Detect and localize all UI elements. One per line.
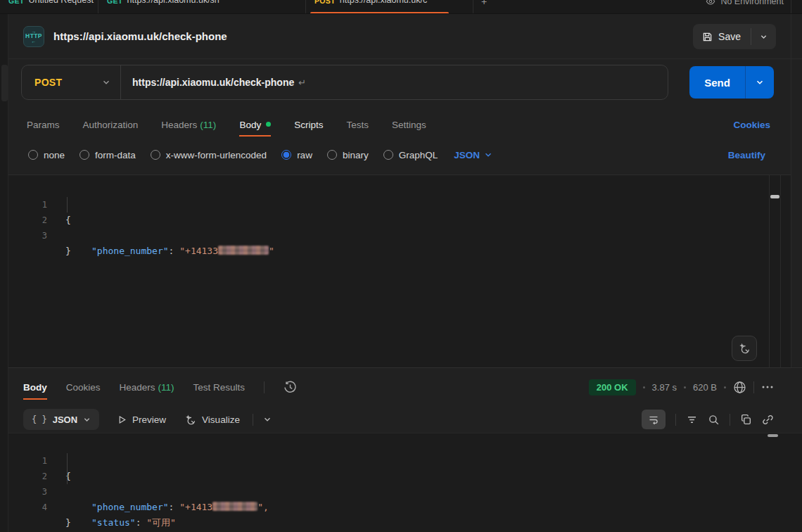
indent-guide bbox=[67, 469, 68, 484]
status-badge[interactable]: 200 OK bbox=[589, 379, 636, 395]
redacted-phone-number bbox=[212, 502, 257, 511]
request-tab-1[interactable]: GET Untitled Request bbox=[0, 0, 98, 14]
redacted-phone-number bbox=[218, 246, 269, 255]
network-info-button[interactable] bbox=[733, 381, 746, 394]
radio-icon bbox=[327, 150, 337, 160]
indent-guide bbox=[67, 453, 68, 469]
tab-settings[interactable]: Settings bbox=[392, 120, 426, 130]
radio-icon bbox=[79, 150, 89, 160]
request-tab-3-active[interactable]: POST https://api.xiaomu.uk/c bbox=[306, 0, 473, 14]
code-line: 1 { bbox=[8, 438, 802, 453]
response-scrollbar-handle[interactable] bbox=[768, 434, 778, 437]
response-format-label: JSON bbox=[53, 414, 77, 425]
chevron-down-icon bbox=[484, 151, 492, 159]
mode-form-data-label: form-data bbox=[95, 150, 136, 160]
response-body-viewer[interactable]: 1 { 2 "phone_number": "+1413", 3 "status… bbox=[8, 433, 802, 532]
sidebar-collapsed-item[interactable] bbox=[1, 65, 8, 101]
more-options-button[interactable] bbox=[761, 384, 774, 390]
globe-icon bbox=[733, 381, 746, 394]
preview-button[interactable]: Preview bbox=[117, 414, 166, 425]
response-tab-cookies[interactable]: Cookies bbox=[66, 382, 101, 393]
response-size[interactable]: 620 B bbox=[693, 382, 717, 393]
word-wrap-icon bbox=[648, 414, 659, 425]
link-button[interactable] bbox=[762, 414, 774, 426]
arrow-left-icon: ← bbox=[32, 39, 37, 43]
wrap-lines-button[interactable] bbox=[642, 410, 666, 429]
url-input[interactable]: https://api.xiaomu.uk/check-phone↵ bbox=[121, 77, 306, 88]
mode-form-data[interactable]: form-data bbox=[79, 150, 136, 160]
app-window: GET Untitled Request GET https://api.xia… bbox=[0, 0, 802, 532]
mode-urlencoded-label: x-www-form-urlencoded bbox=[166, 150, 267, 160]
preview-label: Preview bbox=[132, 414, 166, 425]
tab-scripts[interactable]: Scripts bbox=[294, 120, 323, 130]
filter-button[interactable] bbox=[686, 414, 698, 426]
code-line: 2 "phone_number": "+1413", bbox=[8, 453, 802, 469]
json-value-close: ", bbox=[257, 502, 269, 512]
response-history-button[interactable] bbox=[284, 381, 297, 394]
tab-label: Untitled Request bbox=[29, 0, 94, 5]
tab-authorization[interactable]: Authorization bbox=[83, 120, 139, 130]
method-dropdown[interactable]: POST bbox=[22, 77, 120, 88]
chevron-down-icon bbox=[102, 78, 110, 87]
response-tab-headers[interactable]: Headers(11) bbox=[120, 382, 174, 393]
environment-selector[interactable]: No Environment bbox=[706, 0, 802, 10]
return-glyph: ↵ bbox=[298, 77, 306, 88]
save-button-label: Save bbox=[718, 31, 741, 42]
editor-scrollbar-track[interactable] bbox=[769, 175, 781, 367]
response-tab-body-active[interactable]: Body bbox=[23, 382, 47, 393]
mode-raw-selected[interactable]: raw bbox=[281, 150, 312, 160]
request-title: https://api.xiaomu.uk/check-phone bbox=[53, 30, 227, 42]
visualize-button[interactable]: Visualize bbox=[184, 414, 240, 426]
beautify-link[interactable]: Beautify bbox=[728, 150, 765, 160]
tab-label: https://api.xiaomu.uk/c bbox=[340, 0, 427, 5]
send-button[interactable]: Send bbox=[689, 66, 745, 99]
tab-body-active[interactable]: Body bbox=[239, 120, 271, 130]
save-icon bbox=[702, 32, 713, 42]
code-content: "status": "可用" bbox=[91, 515, 176, 531]
response-meta: 200 OK 3.87 s 620 B bbox=[589, 372, 774, 402]
radio-icon bbox=[383, 150, 393, 160]
mode-none[interactable]: none bbox=[28, 150, 65, 160]
response-format-dropdown[interactable]: { } JSON bbox=[23, 409, 99, 430]
new-tab-button[interactable]: + bbox=[473, 0, 495, 9]
code-close-brace: } bbox=[65, 515, 71, 531]
chevron-down-icon bbox=[263, 415, 272, 424]
send-options-button[interactable] bbox=[746, 66, 774, 99]
response-headers-label: Headers bbox=[120, 382, 155, 393]
radio-selected-icon bbox=[281, 150, 291, 160]
braces-icon: { } bbox=[32, 414, 47, 424]
response-actions bbox=[642, 406, 774, 433]
search-button[interactable] bbox=[708, 414, 720, 426]
play-icon bbox=[117, 415, 127, 424]
mode-graphql[interactable]: GraphQL bbox=[383, 150, 438, 160]
cookies-link[interactable]: Cookies bbox=[733, 120, 770, 130]
language-dropdown[interactable]: JSON bbox=[454, 150, 492, 160]
save-options-button[interactable] bbox=[751, 24, 776, 49]
mode-binary[interactable]: binary bbox=[327, 150, 369, 160]
mode-urlencoded[interactable]: x-www-form-urlencoded bbox=[151, 150, 267, 160]
chevron-down-icon bbox=[83, 416, 91, 424]
environment-icon bbox=[706, 0, 715, 6]
send-split-button: Send bbox=[689, 66, 774, 99]
code-line: 4 } bbox=[8, 484, 802, 500]
ellipsis-icon bbox=[761, 384, 774, 390]
save-button[interactable]: Save bbox=[693, 24, 751, 49]
response-time[interactable]: 3.87 s bbox=[652, 382, 677, 393]
save-split-button: Save bbox=[693, 24, 776, 49]
request-body-editor[interactable]: 1 { 2 "phone_number": "+14133" 3 } bbox=[8, 175, 791, 367]
tab-params[interactable]: Params bbox=[27, 120, 60, 130]
tab-method-get: GET bbox=[8, 0, 25, 5]
response-tab-test-results[interactable]: Test Results bbox=[193, 382, 246, 393]
postbot-button[interactable] bbox=[732, 336, 757, 361]
code-close-brace: } bbox=[65, 243, 71, 259]
tab-tests[interactable]: Tests bbox=[346, 120, 369, 130]
request-tab-2[interactable]: GET https://api.xiaomu.uk/sh bbox=[98, 0, 306, 14]
line-number: 4 bbox=[8, 500, 47, 515]
meta-separator-dot bbox=[643, 386, 645, 388]
actions-divider bbox=[675, 414, 676, 426]
copy-button[interactable] bbox=[740, 414, 752, 426]
url-text: https://api.xiaomu.uk/check-phone bbox=[132, 77, 294, 88]
tab-headers[interactable]: Headers(11) bbox=[161, 120, 216, 130]
editor-scrollbar-handle[interactable] bbox=[770, 195, 779, 198]
toolbar-collapse-button[interactable] bbox=[263, 415, 272, 424]
